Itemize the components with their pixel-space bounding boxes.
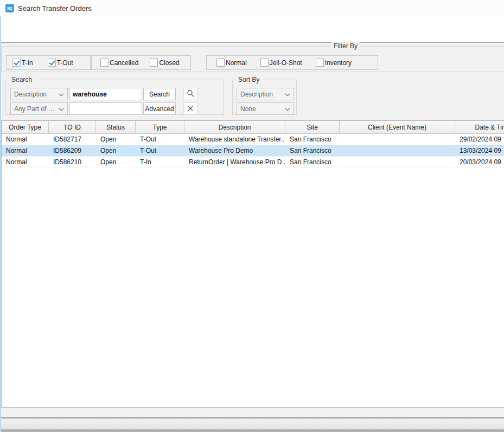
t-in-label: T-In	[22, 59, 33, 67]
closed-checkbox[interactable]	[150, 59, 158, 67]
column-header-site[interactable]: Site	[285, 121, 340, 134]
normal-checkbox[interactable]	[216, 59, 225, 67]
chevron-down-icon	[59, 91, 64, 98]
column-header-date-time[interactable]: Date & Time	[455, 121, 504, 134]
t-out-checkbox[interactable]	[48, 59, 56, 67]
search-match-dropdown[interactable]: Any Part of Fi...	[10, 102, 68, 115]
sort-primary-dropdown-value: Description	[240, 91, 273, 98]
advanced-button[interactable]: Advanced	[143, 102, 176, 115]
sort-secondary-dropdown[interactable]: None	[237, 102, 294, 115]
column-header-type[interactable]: Type	[136, 121, 184, 134]
magnifier-icon	[187, 89, 194, 99]
cell-type: T-Out	[136, 136, 184, 143]
column-header-status[interactable]: Status	[96, 121, 136, 134]
column-header-description[interactable]: Description	[184, 121, 285, 134]
cell-date-time: 13/03/2024 09	[455, 147, 504, 154]
r2-logo-icon: R2	[5, 4, 14, 12]
cell-type: T-Out	[136, 147, 184, 154]
column-header-order-type[interactable]: Order Type	[2, 121, 49, 134]
search-input[interactable]	[69, 88, 142, 100]
table-row[interactable]: Normal ID586209 Open T-Out Warehouse Pro…	[2, 145, 504, 157]
cell-description: ReturnOrder | Warehouse Pro D..	[184, 158, 285, 166]
checkbox-cancelled[interactable]: Cancelled	[100, 59, 138, 67]
table-header-row: Order Type TO ID Status Type Description…	[2, 121, 504, 134]
checkbox-closed[interactable]: Closed	[150, 59, 179, 67]
search-group: Search Description Search Any Part of Fi…	[5, 80, 224, 115]
order-state-filter-box: Cancelled Closed	[91, 55, 191, 70]
window-bottom-edge	[0, 429, 504, 432]
order-kind-filter-box: Normal Jell-O-Shot Inventory	[206, 55, 378, 70]
search-button[interactable]: Search	[143, 88, 176, 100]
chevron-down-icon	[59, 105, 64, 113]
search-field-dropdown[interactable]: Description	[10, 88, 68, 100]
status-bar	[0, 417, 504, 429]
table-row[interactable]: Normal ID582717 Open T-Out Warehouse sta…	[2, 134, 504, 145]
cell-description: Warehouse standalone Transfer..	[184, 136, 285, 143]
cancelled-label: Cancelled	[110, 59, 138, 67]
cell-status: Open	[96, 136, 136, 143]
cell-site: San Francisco	[285, 136, 340, 143]
x-icon	[188, 105, 193, 113]
checkbox-t-out[interactable]: T-Out	[48, 59, 73, 67]
window-title: Search Transfer Orders	[18, 4, 92, 12]
closed-label: Closed	[159, 59, 179, 67]
cell-to-id: ID582717	[49, 136, 96, 143]
column-header-to-id[interactable]: TO ID	[49, 121, 96, 134]
checkbox-normal[interactable]: Normal	[216, 59, 247, 67]
secondary-search-input[interactable]	[69, 102, 142, 115]
chevron-down-icon	[285, 91, 290, 98]
sort-by-group: Sort By Description None	[232, 80, 297, 115]
title-bar: R2 Search Transfer Orders	[0, 0, 504, 16]
checkbox-jell-o-shot[interactable]: Jell-O-Shot	[260, 59, 302, 67]
t-out-label: T-Out	[57, 59, 73, 67]
cell-status: Open	[96, 147, 136, 154]
transfer-orders-table: Order Type TO ID Status Type Description…	[1, 120, 504, 408]
cell-to-id: ID586209	[49, 147, 96, 154]
cell-site: San Francisco	[285, 158, 340, 166]
toolbar-panel	[0, 16, 504, 43]
cell-to-id: ID586210	[49, 158, 96, 166]
filter-by-label: Filter By	[331, 42, 360, 50]
search-group-label: Search	[9, 76, 34, 83]
cell-order-type: Normal	[2, 147, 49, 154]
table-row[interactable]: Normal ID586210 Open T-In ReturnOrder | …	[2, 157, 504, 168]
cell-order-type: Normal	[2, 158, 49, 166]
checkbox-inventory[interactable]: Inventory	[316, 59, 352, 67]
inventory-label: Inventory	[325, 59, 352, 67]
jell-o-shot-label: Jell-O-Shot	[270, 59, 302, 67]
window-left-edge	[0, 16, 1, 432]
sort-primary-dropdown[interactable]: Description	[237, 88, 294, 100]
cell-type: T-In	[136, 158, 184, 166]
column-header-client[interactable]: Client (Event Name)	[340, 121, 455, 134]
checkbox-t-in[interactable]: T-In	[12, 59, 33, 67]
sort-secondary-dropdown-value: None	[240, 105, 256, 113]
jell-o-shot-checkbox[interactable]	[260, 59, 269, 67]
cell-date-time: 29/02/2024 09	[455, 136, 504, 143]
t-in-checkbox[interactable]	[12, 59, 21, 67]
inventory-checkbox[interactable]	[316, 59, 324, 67]
normal-label: Normal	[226, 59, 247, 67]
cell-site: San Francisco	[285, 147, 340, 154]
cell-description: Warehouse Pro Demo	[184, 147, 285, 154]
cancelled-checkbox[interactable]	[100, 59, 109, 67]
chevron-down-icon	[285, 105, 290, 113]
search-match-dropdown-value: Any Part of Fi...	[14, 105, 59, 113]
sort-by-group-label: Sort By	[236, 76, 261, 83]
cell-order-type: Normal	[2, 136, 49, 143]
cell-status: Open	[96, 158, 136, 166]
search-field-dropdown-value: Description	[14, 91, 47, 98]
cell-date-time: 20/03/2024 09	[455, 158, 504, 166]
transfer-direction-filter-box: T-In T-Out	[6, 55, 91, 70]
search-icon-button[interactable]	[183, 88, 197, 100]
clear-search-button[interactable]	[183, 102, 197, 115]
filter-by-group: Filter By T-In T-Out Cancelled Closed No…	[1, 46, 504, 72]
